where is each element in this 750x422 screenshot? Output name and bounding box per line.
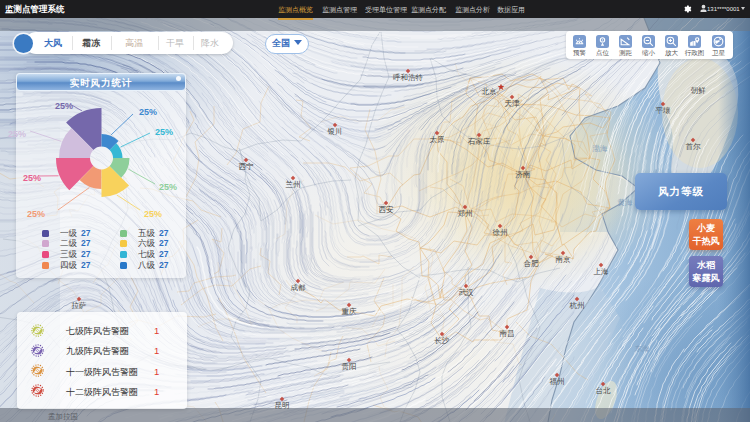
svg-text:石家庄: 石家庄 xyxy=(468,137,491,146)
svg-text:东海: 东海 xyxy=(635,344,651,353)
svg-text:西宁: 西宁 xyxy=(239,162,255,171)
svg-text:拉萨: 拉萨 xyxy=(71,301,87,310)
svg-text:天津: 天津 xyxy=(505,99,521,108)
svg-text:呼和浩特: 呼和浩特 xyxy=(393,73,423,82)
svg-text:济南: 济南 xyxy=(516,170,531,179)
svg-text:郑州: 郑州 xyxy=(458,209,473,218)
svg-text:长沙: 长沙 xyxy=(434,336,451,345)
svg-text:杭州: 杭州 xyxy=(569,301,585,310)
svg-text:合肥: 合肥 xyxy=(524,259,540,268)
svg-text:徐州: 徐州 xyxy=(493,228,508,237)
svg-text:北京: 北京 xyxy=(482,87,498,96)
svg-text:西安: 西安 xyxy=(379,205,395,214)
svg-text:重庆: 重庆 xyxy=(342,307,358,316)
svg-text:太原: 太原 xyxy=(430,135,445,144)
svg-text:朝鲜: 朝鲜 xyxy=(691,86,707,95)
svg-text:福州: 福州 xyxy=(550,377,565,386)
svg-text:上海: 上海 xyxy=(594,267,610,276)
svg-text:南昌: 南昌 xyxy=(499,329,515,338)
svg-text:渤海: 渤海 xyxy=(593,144,609,153)
svg-text:台北: 台北 xyxy=(596,386,612,395)
svg-text:南京: 南京 xyxy=(555,255,572,264)
svg-text:武汉: 武汉 xyxy=(459,288,475,297)
svg-text:黄海: 黄海 xyxy=(618,198,634,207)
svg-text:平壤: 平壤 xyxy=(656,106,672,115)
svg-text:兰州: 兰州 xyxy=(286,180,301,189)
svg-text:银川: 银川 xyxy=(327,127,343,136)
svg-text:成都: 成都 xyxy=(291,283,307,292)
svg-text:首尔: 首尔 xyxy=(686,142,702,151)
svg-text:贵阳: 贵阳 xyxy=(342,362,357,371)
